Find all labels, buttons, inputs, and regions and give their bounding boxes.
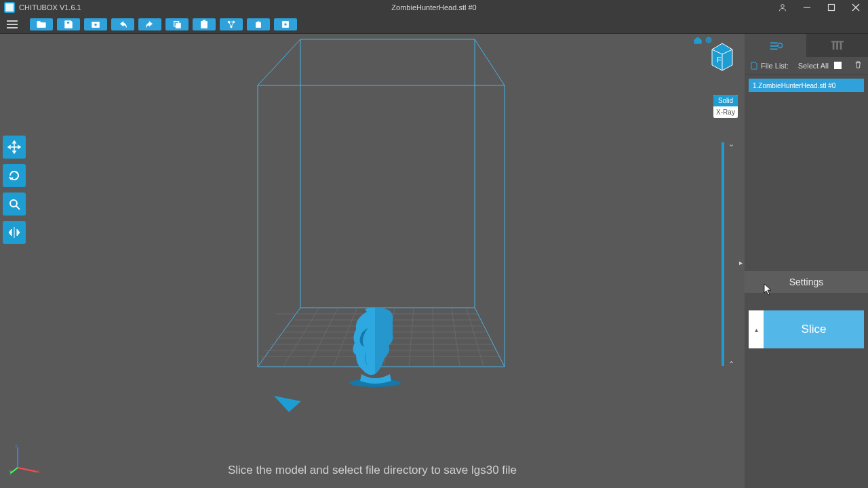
paste-button[interactable] [193, 18, 216, 30]
dig-hole-button[interactable] [274, 18, 297, 30]
main-toolbar [0, 15, 868, 34]
svg-rect-3 [829, 5, 835, 11]
status-hint: Slice the model and select file director… [0, 464, 745, 477]
svg-rect-44 [770, 42, 777, 43]
chevron-down-icon[interactable]: ⌄ [728, 140, 734, 148]
svg-line-38 [452, 308, 460, 366]
svg-rect-46 [770, 49, 777, 50]
front-indicator-arrow [274, 396, 301, 416]
maximize-button[interactable] [819, 0, 844, 15]
svg-text:F: F [717, 56, 722, 64]
svg-point-1 [781, 5, 785, 8]
menu-button[interactable] [4, 18, 20, 31]
mouse-cursor [764, 283, 773, 298]
copy-button[interactable] [165, 18, 189, 30]
minimize-button[interactable] [795, 0, 819, 15]
layer-slider[interactable]: ⌄ ⌃ [719, 142, 732, 366]
solid-mode[interactable]: Solid [713, 95, 738, 106]
title-bar: CHITUBOX V1.6.1 ZombieHunterHead.stl #0 [0, 0, 868, 15]
slice-button[interactable]: Slice [764, 310, 864, 348]
svg-rect-6 [66, 21, 69, 24]
svg-rect-50 [840, 41, 842, 50]
panel-expand-toggle[interactable]: ▸ [736, 256, 745, 268]
slice-row: ▴ Slice [749, 310, 864, 348]
close-button[interactable] [844, 0, 868, 15]
redo-button[interactable] [138, 18, 161, 30]
svg-line-31 [283, 308, 319, 366]
app-name: CHITUBOX V1.6.1 [19, 3, 81, 12]
document-title: ZombieHunterHead.stl #0 [391, 3, 476, 12]
delete-button[interactable] [854, 60, 863, 70]
svg-line-19 [258, 39, 300, 85]
svg-line-21 [475, 308, 505, 367]
right-panel: File List: Select All 1.ZombieHunterHead… [745, 34, 868, 488]
svg-rect-51 [831, 41, 843, 43]
svg-line-36 [409, 308, 414, 366]
svg-line-53 [18, 468, 37, 472]
svg-rect-11 [201, 21, 208, 28]
file-icon [750, 62, 758, 70]
svg-point-47 [778, 43, 782, 47]
svg-rect-45 [770, 45, 777, 47]
svg-rect-48 [832, 41, 834, 50]
screenshot-button[interactable] [84, 18, 107, 30]
app-icon [4, 2, 15, 13]
svg-line-37 [433, 308, 434, 366]
user-icon[interactable] [770, 0, 795, 15]
svg-rect-12 [203, 20, 205, 22]
viewport-3d[interactable] [0, 34, 745, 488]
svg-point-8 [94, 23, 97, 26]
tab-supports[interactable] [806, 34, 868, 57]
file-list-header: File List: Select All [745, 57, 868, 75]
panel-tabs [745, 34, 868, 57]
model-preview[interactable] [341, 306, 409, 388]
auto-layout-button[interactable] [220, 18, 243, 30]
svg-rect-0 [5, 3, 14, 12]
svg-text:z: z [15, 443, 18, 449]
file-list-label: File List: [761, 62, 789, 70]
view-cube[interactable]: F [705, 39, 739, 73]
svg-text:y: y [9, 468, 12, 474]
undo-button[interactable] [111, 18, 134, 30]
svg-line-32 [309, 308, 338, 366]
svg-rect-49 [836, 41, 838, 50]
svg-line-20 [475, 39, 505, 85]
hollow-button[interactable] [247, 18, 270, 30]
file-list-item[interactable]: 1.ZombieHunterHead.stl #0 [749, 79, 864, 92]
save-button[interactable] [57, 18, 80, 30]
slice-options-dropdown[interactable]: ▴ [749, 310, 764, 348]
window-controls [770, 0, 868, 15]
home-icon[interactable] [693, 35, 703, 45]
select-all-checkbox[interactable] [834, 62, 842, 69]
svg-line-22 [258, 308, 300, 367]
tab-settings[interactable] [745, 34, 806, 57]
axis-gizmo: z x y [9, 442, 42, 477]
svg-point-17 [284, 22, 287, 25]
open-button[interactable] [30, 18, 53, 30]
render-mode-toggle[interactable]: Solid X-Ray [713, 95, 738, 118]
chevron-up-icon[interactable]: ⌃ [728, 360, 734, 369]
svg-text:x: x [37, 468, 39, 474]
select-all-label: Select All [798, 62, 829, 70]
svg-line-39 [467, 308, 484, 366]
svg-rect-10 [176, 23, 180, 28]
xray-mode[interactable]: X-Ray [713, 106, 738, 118]
